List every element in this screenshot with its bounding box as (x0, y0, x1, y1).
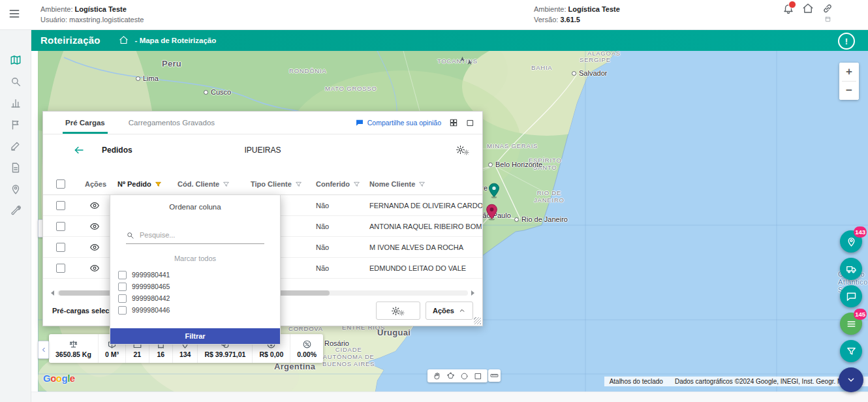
option-checkbox[interactable] (118, 306, 127, 315)
cell-nome-cliente: M IVONE ALVES DA ROCHA (363, 243, 482, 251)
view-icon[interactable] (89, 242, 100, 253)
map-attribution-text[interactable]: Dados cartográficos ©2024 Google, INEGI,… (675, 378, 863, 385)
select-all-label[interactable]: Marcar todos (110, 255, 280, 262)
top-header: Ambiente: Logística Teste Usuário: maxst… (0, 0, 868, 30)
scale-icon (69, 339, 78, 349)
option-checkbox[interactable] (118, 294, 127, 303)
map-label-rio-de-janeiro: RIO DE JANEIRO (534, 189, 565, 204)
option-label: 9999980442 (132, 294, 170, 302)
map-label-belo-horizonte: Belo Horizonte (488, 161, 542, 168)
collapse-stats-handle[interactable] (38, 341, 49, 359)
hand-icon[interactable] (433, 372, 441, 380)
column-header-n-pedido[interactable]: Nº Pedido (111, 180, 171, 188)
city-dot (572, 71, 576, 76)
grid-layout-icon[interactable] (449, 118, 458, 127)
option-label: 9999980441 (132, 271, 170, 279)
map-attribution-text[interactable]: Atalhos do teclado (610, 378, 663, 385)
option-checkbox[interactable] (118, 283, 127, 291)
maximize-icon[interactable] (466, 119, 474, 127)
sidebar-item-edit[interactable] (0, 135, 31, 157)
map-label-lima: Lima (136, 74, 159, 82)
view-icon[interactable] (89, 263, 100, 273)
option-checkbox[interactable] (118, 271, 127, 279)
sidebar-item-document[interactable] (0, 157, 31, 178)
stat-value: 21 (134, 350, 142, 358)
fab-filter[interactable] (840, 340, 862, 362)
selected-precargas-label: Pré-cargas selecio (52, 307, 116, 315)
menu-icon[interactable] (8, 7, 21, 20)
feedback-icon (355, 118, 364, 127)
row-checkbox[interactable] (56, 222, 65, 231)
scroll-right-arrow[interactable] (471, 290, 474, 296)
map-pin-red[interactable] (486, 204, 498, 221)
fab-list[interactable]: 145 (840, 313, 862, 335)
lasso-icon[interactable] (446, 372, 455, 380)
column-header-acoes[interactable]: Ações (78, 180, 111, 188)
fab-chat[interactable] (840, 285, 862, 307)
tab-pre-cargas[interactable]: Pré Cargas (63, 112, 108, 134)
map-label-cidade-autonoma-de-buenos-aires: CIDADE AUTÔNOMA DE BUENOS AIRES (322, 346, 375, 367)
acoes-button[interactable]: Ações (426, 302, 473, 320)
scroll-left-arrow[interactable] (51, 290, 54, 296)
settings-button[interactable] (376, 302, 420, 320)
map-label-minas-gerais: MINAS GERAIS (487, 142, 538, 149)
footer-strip (31, 392, 868, 402)
square-icon[interactable] (474, 372, 482, 380)
percent-icon (302, 339, 312, 349)
zoom-out-button[interactable]: − (839, 82, 859, 100)
filter-option[interactable]: 9999980446 (118, 304, 280, 316)
fab-location[interactable]: 143 (840, 230, 862, 253)
resize-handle[interactable] (474, 317, 481, 324)
sidebar-item-chart[interactable] (0, 92, 31, 114)
feedback-link[interactable]: Compartilhe sua opinião (355, 118, 441, 127)
view-icon[interactable] (89, 200, 100, 211)
sidebar-item-pin[interactable] (0, 178, 31, 200)
map-label-uruguai: Uruguai (377, 328, 411, 337)
filter-option[interactable]: 9999980465 (118, 281, 280, 292)
filter-option[interactable]: 9999980442 (118, 292, 280, 304)
fab-truck[interactable] (840, 258, 862, 280)
column-header-nome-cliente[interactable]: Nome Cliente (363, 180, 482, 188)
sidebar-item-flag[interactable] (0, 114, 31, 135)
select-all-checkbox[interactable] (56, 179, 65, 189)
app-screen: Ambiente: Logística Teste Usuário: maxst… (0, 0, 868, 402)
back-button[interactable] (73, 144, 85, 156)
edit-icon (10, 140, 22, 152)
sidebar-item-search[interactable] (0, 70, 31, 92)
pin-icon (10, 183, 22, 195)
row-checkbox[interactable] (56, 201, 65, 210)
settings-gears-icon[interactable] (456, 145, 469, 155)
column-header-conferido[interactable]: Conferido (309, 180, 363, 188)
filtrar-button[interactable]: Filtrar (110, 328, 280, 344)
circle-icon[interactable] (460, 372, 469, 380)
fab-badge: 143 (854, 226, 867, 238)
filter-option[interactable]: 9999980441 (118, 269, 280, 281)
stat-value: R$ 39.971,01 (204, 350, 245, 358)
map-label-alagoas: ALAGOAS (587, 51, 621, 57)
column-header-cod-cliente[interactable]: Cód. Cliente (171, 180, 244, 188)
map-label-sergipe: SERGIPE (580, 56, 611, 63)
flag-icon (10, 118, 22, 131)
column-header-tipo-cliente[interactable]: Tipo Cliente (244, 180, 309, 188)
zoom-in-button[interactable]: + (839, 63, 859, 81)
ruler-icon[interactable] (488, 369, 501, 382)
versao-label: Versão: (534, 16, 558, 23)
row-checkbox[interactable] (56, 243, 65, 252)
view-icon[interactable] (89, 221, 100, 232)
sidebar-item-wrench[interactable] (0, 200, 31, 221)
row-checkbox[interactable] (56, 264, 65, 273)
environment-info-secondary: Ambiente: Logística Teste Versão: 3.61.5 (534, 4, 620, 25)
home-icon[interactable] (801, 2, 814, 15)
map-draw-toolbar (427, 369, 488, 382)
fab-chevron-down[interactable] (839, 367, 863, 392)
small-window-icon[interactable] (824, 13, 831, 25)
map-pin-teal[interactable] (488, 183, 500, 198)
sidebar-item-map[interactable] (0, 49, 31, 70)
breadcrumb-home-icon[interactable] (119, 35, 129, 45)
breadcrumb: - Mapa de Roteirização (135, 37, 217, 44)
stat-value: 0 M³ (105, 350, 119, 358)
filter-search-input[interactable] (138, 230, 264, 240)
bell-icon[interactable] (782, 2, 795, 15)
tab-carregamentos-gravados[interactable]: Carregamentos Gravados (126, 112, 217, 134)
alert-exclamation-icon[interactable]: ! (838, 33, 855, 50)
